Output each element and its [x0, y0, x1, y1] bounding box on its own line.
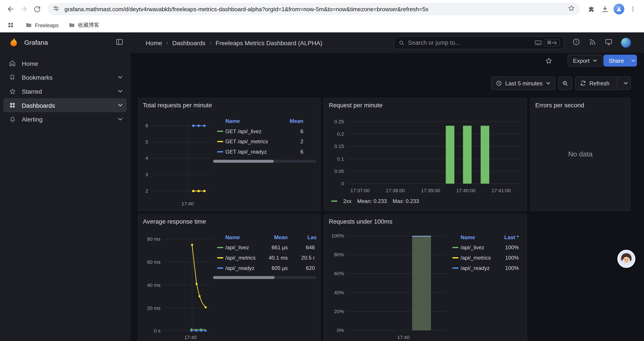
news-button[interactable]	[588, 38, 596, 47]
scrollbar-thumb[interactable]	[213, 276, 275, 279]
search-placeholder: Search or jump to...	[408, 40, 535, 46]
search-input[interactable]: Search or jump to... ⌘+k	[394, 36, 564, 49]
bookmark-folder-blogs[interactable]: 收藏博客	[65, 20, 102, 31]
series-color-dash	[217, 257, 223, 258]
panel-errors-per-second: Errors per second No data	[530, 98, 630, 211]
sidebar-item-starred[interactable]: Starred	[3, 84, 127, 98]
legend-col-mean[interactable]: Mean	[290, 116, 303, 126]
y-tick: 0%	[324, 327, 344, 333]
series-name: /api/_readyz	[225, 263, 254, 273]
svg-text:?: ?	[575, 40, 577, 44]
main-area: Home › Dashboards › Freeleaps Metrics Da…	[130, 33, 644, 341]
legend-row[interactable]: /api/_readyz 605 µs 620	[213, 263, 316, 273]
legend-table: Name Mean GET /api/_livez 6 GET /api/_me…	[213, 116, 316, 157]
bar-chart[interactable]	[324, 98, 527, 211]
floating-assistant-avatar[interactable]	[617, 250, 635, 268]
sidebar-item-bookmarks[interactable]: Bookmarks	[3, 70, 127, 84]
refresh-label[interactable]: Refresh	[590, 80, 610, 87]
series-name[interactable]: 2xx	[343, 198, 351, 204]
time-range-picker[interactable]: Last 5 minutes	[491, 76, 555, 90]
downloads-button[interactable]	[598, 2, 612, 16]
scrollbar-thumb[interactable]	[213, 160, 274, 163]
legend-row[interactable]: /api/_readyz 100%	[448, 263, 521, 273]
sidebar-item-label: Starred	[22, 88, 118, 95]
sidebar-item-label: Bookmarks	[22, 74, 118, 81]
legend-row[interactable]: GET /api/_metrics 2	[213, 137, 316, 147]
folder-icon	[26, 22, 32, 28]
time-controls: Last 5 minutes Refresh	[491, 76, 631, 90]
x-tick: 17:40:00	[456, 188, 476, 194]
legend-row[interactable]: /api/_livez 100%	[448, 242, 521, 253]
url-bar[interactable]	[48, 3, 580, 15]
profile-button[interactable]	[612, 2, 626, 16]
series-color-dash	[217, 131, 223, 132]
share-button[interactable]: Share	[604, 55, 630, 67]
legend-row[interactable]: GET /api/_livez 6	[213, 126, 316, 137]
legend-header-row: Name Mean Las	[213, 233, 316, 242]
bookmark-star-icon[interactable]	[568, 5, 575, 14]
sidebar-item-dashboards[interactable]: Dashboards	[3, 98, 127, 112]
legend-scrollbar[interactable]	[213, 276, 316, 279]
y-tick: 100%	[324, 233, 344, 239]
dashboard-actions-bar: Export Share	[130, 53, 644, 68]
y-tick: 0 s	[138, 328, 160, 333]
chevron-down-icon[interactable]	[118, 117, 122, 121]
sidebar-item-label: Alerting	[22, 116, 118, 123]
y-tick: 60 ms	[138, 259, 160, 265]
extensions-button[interactable]	[584, 2, 598, 16]
chevron-down-icon[interactable]	[118, 104, 122, 107]
export-button[interactable]: Export	[568, 55, 603, 67]
back-arrow-icon	[8, 7, 13, 12]
legend-col-name[interactable]: Name	[225, 116, 240, 126]
apps-grid-button[interactable]	[5, 19, 16, 31]
legend-row[interactable]: /api/_metrics 40.1 ms 20.5 r	[213, 253, 316, 263]
folder-icon	[68, 22, 75, 28]
legend-row[interactable]: /api/_livez 661 µs 646	[213, 242, 316, 253]
legend-row[interactable]: GET /api/_readyz 6	[213, 147, 316, 157]
share-menu-button[interactable]	[629, 55, 637, 67]
legend-col-name[interactable]: Name	[225, 233, 240, 242]
reload-button[interactable]	[30, 3, 44, 16]
refresh-interval-button[interactable]	[620, 82, 630, 85]
legend-col-name[interactable]: Name	[460, 233, 475, 242]
forward-button[interactable]	[17, 3, 30, 16]
bookmark-label: 收藏博客	[78, 21, 99, 29]
browser-menu-button[interactable]	[626, 2, 640, 16]
no-data-message: No data	[531, 98, 630, 211]
y-tick: 2	[138, 188, 148, 194]
zoom-out-button[interactable]	[558, 76, 572, 90]
sidebar-item-home[interactable]: Home	[3, 56, 127, 71]
legend-row[interactable]: /api/_metrics 100%	[448, 253, 521, 263]
legend-col-last[interactable]: Last *	[504, 233, 519, 242]
display-button[interactable]	[604, 38, 613, 48]
search-shortcut: ⌘+k	[544, 39, 560, 47]
breadcrumb-home[interactable]: Home	[146, 39, 162, 46]
y-tick: 20 ms	[138, 305, 160, 311]
chevron-down-icon[interactable]	[118, 90, 122, 93]
chevron-down-icon[interactable]	[118, 76, 122, 79]
breadcrumb-current: Freeleaps Metrics Dashboard (ALPHA)	[216, 39, 322, 46]
legend-table: Name Mean Las /api/_livez 661 µs 646 /ap…	[213, 233, 316, 273]
series-color-dash	[452, 267, 458, 269]
zoom-out-icon	[562, 80, 568, 87]
site-settings-icon[interactable]	[52, 5, 60, 14]
help-button[interactable]: ?	[572, 38, 580, 48]
favorite-star-button[interactable]	[545, 57, 552, 66]
user-avatar[interactable]	[621, 38, 631, 48]
bookmark-folder-freeleaps[interactable]: Freeleaps	[22, 20, 62, 31]
legend-col-mean[interactable]: Mean	[274, 233, 288, 242]
y-tick: 0.05	[324, 169, 344, 174]
sidebar-collapse-button[interactable]	[115, 38, 124, 48]
grafana-logo[interactable]	[9, 37, 20, 48]
search-icon	[398, 40, 405, 46]
sidebar-item-alerting[interactable]: Alerting	[3, 112, 127, 126]
back-button[interactable]	[4, 3, 17, 16]
legend-scrollbar[interactable]	[213, 160, 316, 163]
url-input[interactable]	[64, 5, 564, 13]
y-tick: 6	[138, 123, 148, 129]
legend-col-last[interactable]: Las	[308, 233, 317, 242]
chevron-down-icon	[623, 82, 628, 85]
x-tick: 17:38:00	[386, 188, 405, 194]
breadcrumb-dashboards[interactable]: Dashboards	[172, 39, 206, 46]
series-color-dash	[217, 141, 223, 142]
